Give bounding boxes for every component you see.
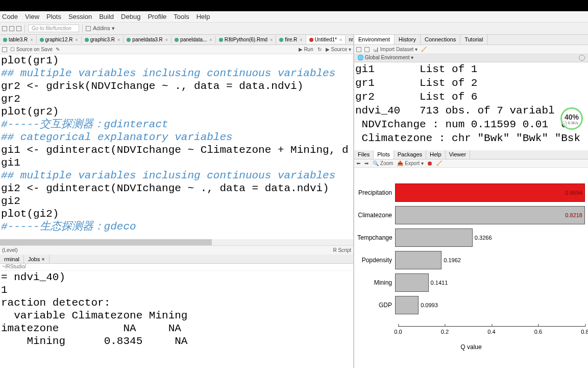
back-icon[interactable] [2,47,7,52]
xtick: 0.2 [441,327,449,335]
tab-jobs[interactable]: Jobs × [24,255,50,263]
editor-scope[interactable]: (Level) [2,247,18,253]
tab-files[interactable]: Files [354,150,374,159]
plot-prev-icon[interactable]: ⬅ [356,160,360,166]
tab-viewer[interactable]: Viewer [446,150,470,159]
tab-environment[interactable]: Environment [354,35,395,44]
tab-help2[interactable]: Help [426,150,446,159]
tab-paneldata[interactable]: paneldata...× [172,36,216,43]
open-file-icon[interactable] [9,26,14,31]
tab-packages[interactable]: Packages [394,150,426,159]
export-button[interactable]: 📤 Export ▾ [397,160,423,166]
bar-label-popdensity: Popdensity [357,257,395,264]
tab-untitled1[interactable]: Untitled1*× [306,36,346,43]
env-variable-list[interactable]: gi1 List of 1 gr1 List of 2 gr2 List of … [354,62,588,150]
plot-next-icon[interactable]: ➡ [364,160,369,166]
bar-climatezone: 0.8218 [395,206,585,224]
clear-plots-icon[interactable]: 🧹 [436,160,442,166]
console-output[interactable]: = ndvi_40) 1 raction detector: variable … [0,271,353,368]
menu-build[interactable]: Build [99,13,114,20]
tab-paneldata3[interactable]: paneldata3.R× [124,36,172,43]
bar-mining [395,273,429,292]
tab-plots[interactable]: Plots [374,150,394,159]
bar-label-tempchange: Tempchange [357,234,395,241]
tab-connections[interactable]: Connections [421,35,460,44]
bar-tempchange [395,228,473,247]
menu-session[interactable]: Session [68,13,92,20]
titlebar [0,0,588,11]
viewer-tabs: Files Plots Packages Help Viewer [354,150,588,159]
bar-value-precipitation: 0.8694 [565,190,582,196]
bar-value-gdp: 0.0993 [421,302,438,308]
menu-debug[interactable]: Debug [121,13,140,20]
bar-value-popdensity: 0.1962 [444,257,461,263]
menu-plots[interactable]: Plots [46,13,61,20]
editor-footer: (Level) R Script [0,245,353,255]
rerun-icon[interactable]: ↻ [317,47,322,52]
broom-icon[interactable]: 🧹 [421,47,427,52]
save-icon[interactable] [16,26,21,31]
addins-dropdown[interactable]: Addins ▾ [93,25,115,32]
run-button[interactable]: ▶ Run [299,47,313,52]
code-editor[interactable]: plot(gr1)## multiple variables inclusing… [0,54,353,239]
search-icon[interactable] [579,55,585,61]
menu-profile[interactable]: Profile [148,13,166,20]
zoom-button[interactable]: 🔍 Zoom [373,160,393,166]
console-tabs: rminal Jobs × [0,255,353,264]
xtick: 0.4 [487,327,495,335]
menu-view[interactable]: View [25,13,39,20]
goto-file-input[interactable]: Go to file/function [28,25,79,32]
env-toolbar: 📊 Import Dataset ▾ 🧹 [354,45,588,54]
tab-fire[interactable]: fire.R× [276,36,306,43]
tab-terminal[interactable]: rminal [0,255,24,263]
bar-label-climatezone: Climatezone [357,212,395,219]
env-scope-header[interactable]: 🌐 Global Environment ▾ [354,54,588,62]
save-env-icon[interactable] [364,47,370,52]
tab-graphic3[interactable]: graphic3.R× [82,36,124,43]
tab-table3[interactable]: table3.R× [0,36,37,43]
bar-precipitation: 0.8694 [395,183,585,202]
plot-xlabel: Q value [357,343,585,351]
main-toolbar: Go to file/function Addins ▾ [0,22,588,35]
source-button[interactable]: ▶ Source ▾ [326,47,351,52]
tab-nm1[interactable]: nm1× [346,36,353,43]
bar-popdensity [395,251,442,269]
tab-history[interactable]: History [395,35,421,44]
editor-hscroll[interactable] [0,239,353,245]
tab-tutorial[interactable]: Tutorial [460,35,487,44]
remove-plot-icon[interactable] [428,162,432,166]
tab-rpython[interactable]: R和Python(6).Rmd× [216,35,277,44]
bar-value-climatezone: 0.8218 [565,212,582,218]
grid-icon[interactable] [86,26,91,31]
bar-label-gdp: GDP [357,302,395,309]
xtick: 0.8 [581,327,588,335]
bar-label-mining: Mining [357,279,395,286]
tab-graphic12[interactable]: graphic12.R× [37,36,82,43]
bar-value-tempchange: 0.3266 [475,235,492,241]
menu-code[interactable]: Code [2,13,18,20]
editor-lang: R Script [333,247,351,253]
new-file-icon[interactable] [2,26,7,31]
menu-help[interactable]: Help [197,13,210,20]
editor-subtoolbar: ☐ Source on Save ✎ ▶ Run ↻ ▶ Source ▾ [0,45,353,54]
source-on-save-check[interactable]: ☐ Source on Save [10,47,53,52]
file-tabs: table3.R× graphic12.R× graphic3.R× panel… [0,35,353,45]
bar-gdp [395,296,419,314]
plot-area: Precipitation0.8694Climatezone0.8218Temp… [354,168,588,368]
console-path: ~/RStudio/ [0,264,353,271]
speed-overlay: 40% ↑ 0.3K/s [560,107,583,130]
bar-label-precipitation: Precipitation [357,189,395,196]
xtick: 0.0 [394,327,402,335]
load-icon[interactable] [356,47,361,52]
menu-tools[interactable]: Tools [174,13,189,20]
viewer-toolbar: ⬅ ➡ 🔍 Zoom 📤 Export ▾ 🧹 [354,159,588,168]
menubar: Code View Plots Session Build Debug Prof… [0,11,588,22]
bar-value-mining: 0.1411 [431,280,448,286]
import-dataset-button[interactable]: 📊 Import Dataset ▾ [373,47,418,52]
xtick: 0.6 [534,327,542,335]
wand-icon[interactable]: ✎ [56,47,60,52]
env-tabs: Environment History Connections Tutorial [354,35,588,45]
